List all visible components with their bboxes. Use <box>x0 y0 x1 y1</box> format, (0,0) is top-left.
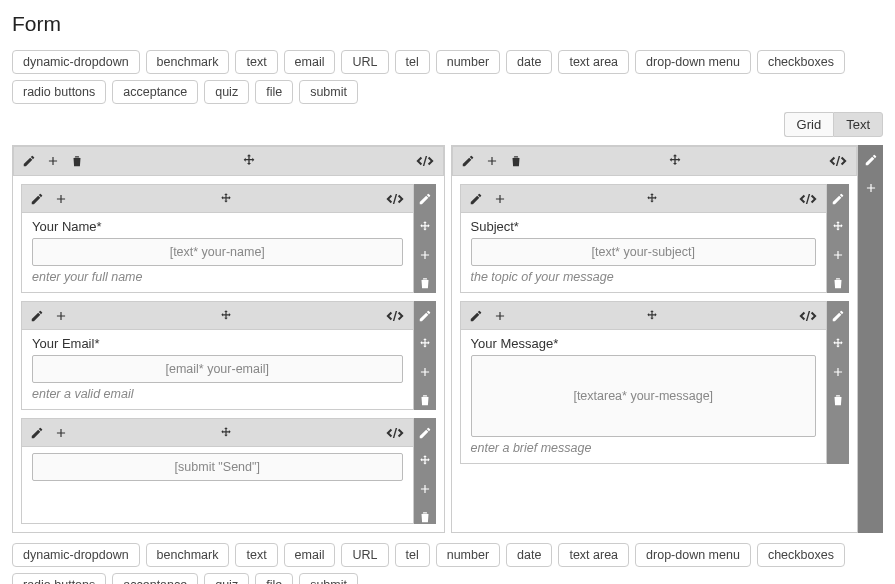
pencil-icon[interactable] <box>418 192 432 206</box>
code-icon[interactable] <box>415 154 435 168</box>
pencil-icon[interactable] <box>30 426 44 440</box>
move-icon[interactable] <box>219 192 233 206</box>
text-field[interactable]: [text* your-subject] <box>471 238 817 266</box>
move-icon[interactable] <box>418 337 432 351</box>
tag-text-area[interactable]: text area <box>558 50 629 74</box>
tag-dynamic-dropdown[interactable]: dynamic-dropdown <box>12 543 140 567</box>
tag-URL[interactable]: URL <box>341 50 388 74</box>
tag-acceptance[interactable]: acceptance <box>112 80 198 104</box>
trash-icon[interactable] <box>509 154 523 168</box>
tag-date[interactable]: date <box>506 543 552 567</box>
pencil-icon[interactable] <box>22 154 36 168</box>
trash-icon[interactable] <box>418 510 432 524</box>
tag-number[interactable]: number <box>436 50 500 74</box>
tag-file[interactable]: file <box>255 80 293 104</box>
tag-text[interactable]: text <box>235 543 277 567</box>
pencil-icon[interactable] <box>461 154 475 168</box>
code-icon[interactable] <box>385 426 405 440</box>
pencil-icon[interactable] <box>831 192 845 206</box>
tag-text-area[interactable]: text area <box>558 543 629 567</box>
plus-icon[interactable] <box>54 426 68 440</box>
plus-icon[interactable] <box>485 154 499 168</box>
form-item: [submit "Send"] <box>21 418 436 524</box>
plus-icon[interactable] <box>831 365 845 379</box>
tag-benchmark[interactable]: benchmark <box>146 50 230 74</box>
move-icon[interactable] <box>418 220 432 234</box>
move-icon[interactable] <box>219 426 233 440</box>
view-grid-button[interactable]: Grid <box>784 112 834 137</box>
code-icon[interactable] <box>385 309 405 323</box>
tag-drop-down-menu[interactable]: drop-down menu <box>635 50 751 74</box>
code-icon[interactable] <box>385 192 405 206</box>
move-icon[interactable] <box>241 153 257 169</box>
code-icon[interactable] <box>798 309 818 323</box>
tag-checkboxes[interactable]: checkboxes <box>757 50 845 74</box>
move-icon[interactable] <box>831 337 845 351</box>
tag-tel[interactable]: tel <box>395 543 430 567</box>
pencil-icon[interactable] <box>418 309 432 323</box>
trash-icon[interactable] <box>70 154 84 168</box>
pencil-icon[interactable] <box>30 309 44 323</box>
field-hint: enter a valid email <box>32 387 403 401</box>
plus-icon[interactable] <box>54 309 68 323</box>
move-icon[interactable] <box>667 153 683 169</box>
plus-icon[interactable] <box>54 192 68 206</box>
tag-tel[interactable]: tel <box>395 50 430 74</box>
tag-number[interactable]: number <box>436 543 500 567</box>
trash-icon[interactable] <box>831 393 845 407</box>
tag-radio-buttons[interactable]: radio buttons <box>12 573 106 584</box>
pencil-icon[interactable] <box>831 309 845 323</box>
tag-file[interactable]: file <box>255 573 293 584</box>
pencil-icon[interactable] <box>30 192 44 206</box>
plus-icon[interactable] <box>493 192 507 206</box>
tag-quiz[interactable]: quiz <box>204 573 249 584</box>
item-toolbar <box>22 302 413 330</box>
text-field[interactable]: [text* your-name] <box>32 238 403 266</box>
plus-icon[interactable] <box>418 365 432 379</box>
textarea-field[interactable]: [textarea* your-message] <box>471 355 817 437</box>
item-toolbar <box>22 185 413 213</box>
text-field[interactable]: [submit "Send"] <box>32 453 403 481</box>
plus-icon[interactable] <box>46 154 60 168</box>
plus-icon[interactable] <box>418 482 432 496</box>
tag-submit[interactable]: submit <box>299 80 358 104</box>
tag-text[interactable]: text <box>235 50 277 74</box>
move-icon[interactable] <box>831 220 845 234</box>
tag-email[interactable]: email <box>284 50 336 74</box>
tag-URL[interactable]: URL <box>341 543 388 567</box>
move-icon[interactable] <box>219 309 233 323</box>
pencil-icon[interactable] <box>864 153 878 167</box>
trash-icon[interactable] <box>418 276 432 290</box>
tag-quiz[interactable]: quiz <box>204 80 249 104</box>
pencil-icon[interactable] <box>418 426 432 440</box>
plus-icon[interactable] <box>493 309 507 323</box>
tag-date[interactable]: date <box>506 50 552 74</box>
tag-drop-down-menu[interactable]: drop-down menu <box>635 543 751 567</box>
form-item: Your Message*[textarea* your-message]ent… <box>460 301 850 464</box>
form-item: Your Email*[email* your-email]enter a va… <box>21 301 436 410</box>
tag-checkboxes[interactable]: checkboxes <box>757 543 845 567</box>
field-label: Subject* <box>471 219 817 234</box>
plus-icon[interactable] <box>864 181 878 195</box>
move-icon[interactable] <box>645 192 659 206</box>
item-side-rail <box>414 184 436 293</box>
trash-icon[interactable] <box>831 276 845 290</box>
move-icon[interactable] <box>418 454 432 468</box>
plus-icon[interactable] <box>418 248 432 262</box>
tag-benchmark[interactable]: benchmark <box>146 543 230 567</box>
tag-submit[interactable]: submit <box>299 573 358 584</box>
tag-acceptance[interactable]: acceptance <box>112 573 198 584</box>
tag-email[interactable]: email <box>284 543 336 567</box>
pencil-icon[interactable] <box>469 309 483 323</box>
move-icon[interactable] <box>645 309 659 323</box>
pencil-icon[interactable] <box>469 192 483 206</box>
tag-radio-buttons[interactable]: radio buttons <box>12 80 106 104</box>
code-icon[interactable] <box>798 192 818 206</box>
trash-icon[interactable] <box>418 393 432 407</box>
page-title: Form <box>12 12 883 36</box>
tag-dynamic-dropdown[interactable]: dynamic-dropdown <box>12 50 140 74</box>
view-text-button[interactable]: Text <box>833 112 883 137</box>
text-field[interactable]: [email* your-email] <box>32 355 403 383</box>
code-icon[interactable] <box>828 154 848 168</box>
plus-icon[interactable] <box>831 248 845 262</box>
